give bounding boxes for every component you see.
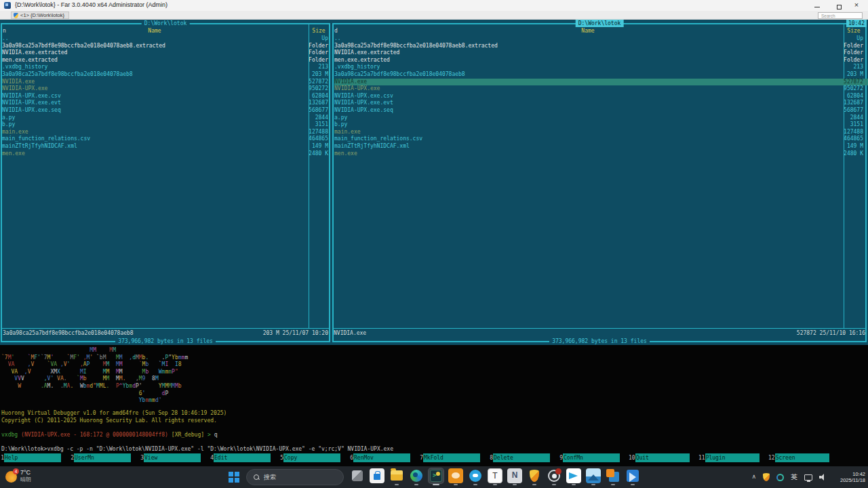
file-size: Folder: [309, 49, 328, 57]
file-row[interactable]: NVIDIA-UPX.exe.seq568677: [334, 107, 868, 115]
fkey-label: Help: [4, 453, 61, 462]
conemu-terminal-icon[interactable]: >: [429, 468, 443, 483]
file-row[interactable]: main_function_relations.csv464865: [2, 136, 331, 143]
console-tab[interactable]: <1> {D:\Work\lotok}: [11, 12, 69, 19]
microsoft-store-icon[interactable]: [370, 468, 384, 483]
close-button[interactable]: ×: [846, 0, 867, 11]
file-size: 2844: [843, 115, 863, 122]
function-key-bar: 1Help2UserMn3View4Edit5Copy6RenMov7MkFol…: [0, 453, 868, 462]
volume-icon[interactable]: [819, 474, 826, 481]
file-row[interactable]: ..Up: [2, 35, 331, 43]
fkey-delete[interactable]: 8Delete: [489, 453, 559, 462]
recorder-app-icon[interactable]: [547, 468, 561, 483]
vscode-icon[interactable]: [625, 468, 640, 483]
file-name: men.exe.extracted: [2, 57, 309, 64]
network-icon[interactable]: [804, 474, 812, 481]
huorong-security-icon[interactable]: [527, 468, 542, 483]
left-status-filename: 3a0a98ca25a7bdf8e98bccfba2e018e04078aeb8: [3, 329, 263, 337]
fkey-mkfold[interactable]: 7MkFold: [419, 453, 489, 462]
fkey-confmn[interactable]: 9ConfMn: [559, 453, 629, 462]
file-row[interactable]: .vxdbg_history213: [334, 64, 868, 71]
file-row[interactable]: men.exe.extractedFolder: [2, 57, 331, 64]
chat-app-icon[interactable]: [468, 468, 483, 483]
size-column-header[interactable]: Size: [312, 28, 325, 35]
ime-indicator[interactable]: 英: [791, 472, 797, 482]
fkey-edit[interactable]: 4Edit: [210, 453, 279, 462]
file-row[interactable]: 3a0a98ca25a7bdf8e98bccfba2e018e04078aeb8…: [2, 71, 331, 79]
file-row[interactable]: main.exe127488: [2, 129, 331, 136]
file-explorer-icon[interactable]: [389, 468, 404, 483]
file-row[interactable]: NVIDIA-UPX.exe.seq568677: [2, 107, 331, 115]
name-column-header[interactable]: Name: [148, 28, 161, 35]
file-row[interactable]: b.py3151: [2, 121, 331, 129]
tray-huorong-shield-icon[interactable]: [763, 473, 770, 481]
file-row[interactable]: 3a0a98ca25a7bdf8e98bccfba2e018e04078aeb8…: [2, 43, 331, 50]
name-column-header[interactable]: Name: [581, 28, 594, 35]
recorder-app-icon-art: [548, 470, 560, 482]
left-panel-path[interactable]: D:\Work\lotok: [142, 20, 190, 27]
file-row[interactable]: mainZTtRjTfyhNIDCAF.xml149 M: [334, 143, 868, 150]
fkey-copy[interactable]: 5Copy: [279, 453, 349, 462]
file-row[interactable]: NVIDIA.exe527872: [2, 79, 331, 86]
fkey-plugin[interactable]: 11Plugin: [698, 453, 768, 462]
file-size: 213: [309, 64, 328, 71]
running-indicator: [433, 484, 439, 485]
tray-clock[interactable]: 10:42 2025/11/18: [833, 471, 865, 483]
fkey-quit[interactable]: 10Quit: [629, 453, 698, 462]
running-indicator: [552, 484, 556, 485]
fkey-help[interactable]: 1Help: [0, 453, 70, 462]
minimize-button[interactable]: [807, 0, 827, 11]
edge-browser-icon[interactable]: [409, 468, 424, 483]
window-titlebar: {D:\Work\lotok} - Far 3.0.4040 x64 Admin…: [0, 0, 868, 11]
tab-search-input[interactable]: Search: [818, 12, 863, 19]
file-row[interactable]: a.py2844: [2, 115, 331, 122]
file-name: .vxdbg_history: [2, 64, 309, 71]
snipaste-icon[interactable]: [606, 468, 620, 483]
far-command-line[interactable]: D:\Work\lotok>vxdbg -c -p -n "D:\Work\lo…: [1, 446, 393, 453]
file-row[interactable]: .vxdbg_history213: [2, 64, 331, 71]
file-name: a.py: [2, 115, 309, 122]
file-row[interactable]: mainZTtRjTfyhNIDCAF.xml149 M: [2, 143, 331, 150]
file-row[interactable]: men.exe2480 K: [2, 150, 331, 158]
file-row[interactable]: ..Up: [334, 35, 868, 43]
right-panel-totals: 373,966,982 bytes in 13 files: [549, 338, 650, 344]
file-row[interactable]: 3a0a98ca25a7bdf8e98bccfba2e018e04078aeb8…: [334, 71, 868, 79]
size-column-header[interactable]: Size: [847, 28, 860, 35]
file-row[interactable]: NVIDIA-UPX.exe950272: [334, 85, 868, 93]
file-row[interactable]: b.py3151: [334, 121, 868, 129]
file-row[interactable]: NVIDIA.exe.extractedFolder: [2, 49, 331, 57]
fkey-screen[interactable]: 12Screen: [768, 453, 838, 462]
photos-app-icon[interactable]: [586, 468, 601, 483]
running-indicator: [572, 484, 576, 485]
n-app-icon[interactable]: N: [507, 468, 522, 483]
file-row[interactable]: NVIDIA-UPX.exe950272: [2, 85, 331, 93]
file-row[interactable]: NVIDIA-UPX.exe.csv62804: [334, 93, 868, 100]
file-row[interactable]: 3a0a98ca25a7bdf8e98bccfba2e018e04078aeb8…: [334, 43, 868, 50]
chat-app-icon-art: [469, 470, 481, 482]
file-row[interactable]: a.py2844: [334, 115, 868, 122]
file-row[interactable]: NVIDIA-UPX.exe.evt132687: [334, 100, 868, 107]
file-row[interactable]: NVIDIA-UPX.exe.csv62804: [2, 93, 331, 100]
right-panel-path[interactable]: D:\Work\lotok: [576, 20, 624, 27]
start-button[interactable]: [229, 472, 239, 483]
file-row[interactable]: main_function_relations.csv464865: [334, 136, 868, 143]
task-view-icon[interactable]: [350, 468, 365, 483]
telegram-icon[interactable]: [566, 468, 581, 483]
weather-widget[interactable]: 4 7°C 晴朗: [5, 469, 31, 483]
taskbar: 4 7°C 晴朗 搜索 >TN ∧ 英 10:42 2025/11/18: [0, 466, 868, 488]
file-name: men.exe: [334, 150, 843, 158]
file-row[interactable]: NVIDIA-UPX.exe.evt132687: [2, 100, 331, 107]
tray-chevron-up-icon[interactable]: ∧: [751, 473, 756, 480]
tray-sync-icon[interactable]: [776, 474, 784, 481]
orange-app-icon[interactable]: [448, 468, 463, 483]
file-row[interactable]: NVIDIA.exe.extractedFolder: [334, 49, 868, 57]
file-row[interactable]: main.exe127488: [334, 129, 868, 136]
typora-icon[interactable]: T: [488, 468, 502, 483]
fkey-view[interactable]: 3View: [140, 453, 210, 462]
file-row[interactable]: men.exe2480 K: [334, 150, 868, 158]
fkey-usermn[interactable]: 2UserMn: [70, 453, 140, 462]
taskbar-search[interactable]: 搜索: [246, 469, 344, 485]
file-row[interactable]: men.exe.extractedFolder: [334, 57, 868, 64]
file-row[interactable]: NVIDIA.exe527872: [334, 79, 868, 86]
fkey-renmov[interactable]: 6RenMov: [349, 453, 419, 462]
